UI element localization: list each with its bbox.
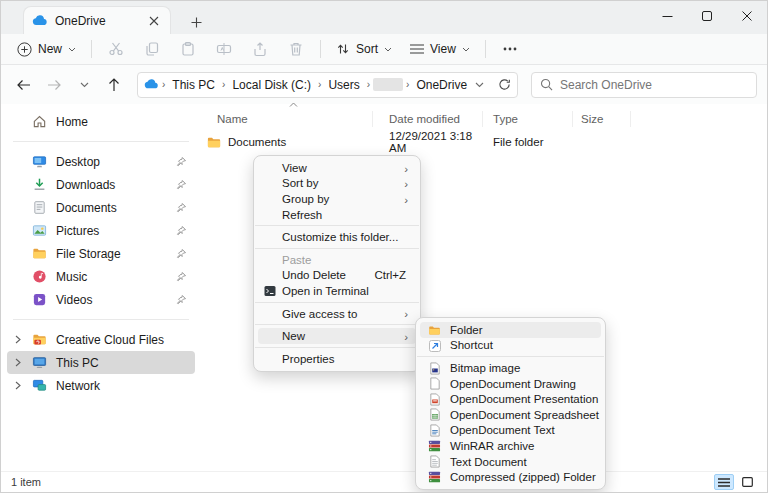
context-menu-item-sort-by[interactable]: Sort by › [258,176,416,192]
submenu-item-opendocument-spreadsheet[interactable]: OpenDocument Spreadsheet [420,407,601,423]
column-header-date-modified[interactable]: Date modified [373,111,483,127]
submenu-item-text-document[interactable]: Text Document [420,454,601,470]
submenu-item-opendocument-presentation[interactable]: OpenDocument Presentation [420,391,601,407]
sidebar-item-file-storage[interactable]: File Storage [7,242,195,265]
sidebar-item-network[interactable]: Network [7,374,195,397]
refresh-icon[interactable] [498,78,511,91]
context-menu-item-paste[interactable]: Paste [258,252,416,268]
sidebar-item-downloads[interactable]: Downloads [7,173,195,196]
context-menu-item-new[interactable]: New › [258,328,416,344]
keyboard-shortcut: Ctrl+Z [374,269,410,281]
delete-button[interactable] [279,37,313,61]
context-menu-item-undo-delete[interactable]: Undo Delete Ctrl+Z [258,268,416,284]
copy-icon [144,41,160,57]
sidebar-item-label: Desktop [56,155,167,169]
maximize-button[interactable] [687,1,727,31]
file-row-documents[interactable]: Documents 12/29/2021 3:18 AM File folder [201,132,767,152]
submenu-arrow-icon: › [404,194,408,206]
opendocument-drawing-icon [428,377,441,390]
details-view-button[interactable] [714,474,734,490]
home-icon [32,114,47,129]
back-button[interactable] [11,72,37,98]
sidebar-item-this-pc[interactable]: This PC [7,351,195,374]
submenu-item-opendocument-drawing[interactable]: OpenDocument Drawing [420,376,601,392]
cut-button[interactable] [99,37,133,61]
chevron-down-icon [384,47,392,52]
column-header-size[interactable]: Size [573,111,631,127]
column-headers: Name Date modified Type Size [201,108,767,130]
breadcrumb-segment-redacted-username[interactable] [373,78,403,91]
context-menu-item-properties[interactable]: Properties [258,351,416,367]
file-type: File folder [483,136,573,148]
context-menu-item-customize-folder[interactable]: Customize this folder... [258,229,416,245]
large-icons-view-button[interactable] [737,474,757,490]
breadcrumb-segment[interactable]: Local Disk (C:) [228,76,315,94]
chevron-right-icon[interactable] [13,358,23,367]
file-name: Documents [228,136,286,148]
minimize-button[interactable] [647,1,687,31]
share-button[interactable] [243,37,277,61]
submenu-item-compressed-zipped-folder[interactable]: Compressed (zipped) Folder [420,469,601,485]
submenu-item-shortcut[interactable]: Shortcut [420,338,601,354]
view-button[interactable]: View [402,38,478,60]
tab-close-icon[interactable] [146,13,162,29]
sidebar-item-pictures[interactable]: Pictures [7,219,195,242]
rename-button[interactable] [207,37,241,61]
up-button[interactable] [101,72,127,98]
zipped-archive-icon [428,471,441,484]
arrow-left-icon [17,79,31,91]
breadcrumb-separator-icon: › [161,79,166,90]
breadcrumb-segment[interactable]: OneDrive [412,76,471,94]
pin-icon [176,294,187,305]
context-menu-item-give-access-to[interactable]: Give access to › [258,306,416,322]
sidebar-item-documents[interactable]: Documents [7,196,195,219]
new-submenu: Folder Shortcut Bitmap image OpenDocumen… [415,317,606,490]
search-box[interactable] [531,72,757,98]
pictures-icon [32,223,47,238]
sidebar-item-home[interactable]: Home [7,110,195,133]
paste-button[interactable] [171,37,205,61]
context-menu-item-group-by[interactable]: Group by › [258,191,416,207]
view-button-label: View [430,42,456,56]
column-header-type[interactable]: Type [483,111,573,127]
new-button[interactable]: New [9,38,84,61]
copy-button[interactable] [135,37,169,61]
recent-locations-button[interactable] [71,72,97,98]
search-icon [540,78,553,91]
context-menu-item-refresh[interactable]: Refresh [258,207,416,223]
chevron-right-icon[interactable] [13,381,23,390]
pin-icon [176,156,187,167]
tab-title: OneDrive [55,14,139,28]
breadcrumb-segment[interactable]: Users [324,76,363,94]
chevron-right-icon[interactable] [13,335,23,344]
context-menu-item-view[interactable]: View › [258,160,416,176]
toolbar-divider [91,40,92,58]
breadcrumb-segment[interactable]: This PC [168,76,219,94]
breadcrumb[interactable]: › This PC › Local Disk (C:) › Users › › … [137,72,518,98]
chevron-down-icon [462,47,470,52]
submenu-item-folder[interactable]: Folder [420,322,601,338]
sort-button[interactable]: Sort [328,38,400,60]
folder-icon [32,246,47,261]
close-button[interactable] [727,1,767,31]
sidebar-item-label: Network [56,379,189,393]
context-menu-item-open-in-terminal[interactable]: Open in Terminal [258,283,416,299]
search-input[interactable] [560,78,748,92]
sidebar-item-desktop[interactable]: Desktop [7,150,195,173]
column-header-name[interactable]: Name [201,111,373,127]
sidebar-item-videos[interactable]: Videos [7,288,195,311]
sidebar-item-label: Creative Cloud Files [56,333,189,347]
documents-icon [32,200,47,215]
sidebar-item-creative-cloud-files[interactable]: Creative Cloud Files [7,328,195,351]
submenu-arrow-icon: › [404,163,408,175]
submenu-item-winrar-archive[interactable]: WinRAR archive [420,438,601,454]
view-lines-icon [410,43,424,55]
more-options-button[interactable] [493,43,527,55]
sidebar-item-music[interactable]: Music [7,265,195,288]
forward-button[interactable] [41,72,67,98]
address-dropdown-icon[interactable] [475,82,484,88]
new-tab-button[interactable] [183,10,209,34]
submenu-item-bitmap-image[interactable]: Bitmap image [420,360,601,376]
submenu-item-opendocument-text[interactable]: OpenDocument Text [420,423,601,439]
explorer-tab-onedrive[interactable]: OneDrive [23,6,171,34]
